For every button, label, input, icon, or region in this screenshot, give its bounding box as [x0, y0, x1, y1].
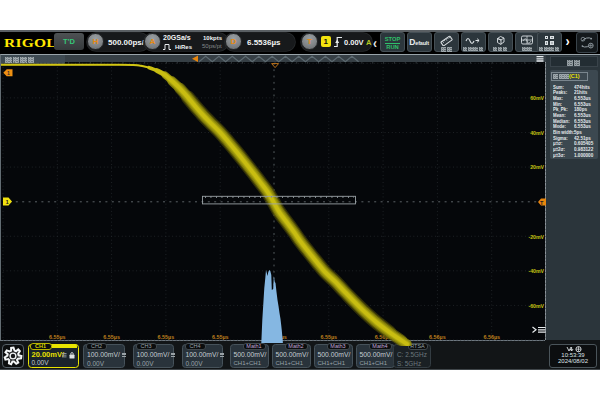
svg-text:6.55µs: 6.55µs: [103, 333, 120, 339]
svg-text:6.55µs: 6.55µs: [49, 333, 66, 339]
svg-text:6.55µs: 6.55µs: [212, 333, 229, 339]
svg-text:1: 1: [7, 70, 10, 76]
svg-text:-40mV: -40mV: [528, 268, 544, 274]
svg-text:40mV: 40mV: [530, 129, 544, 135]
svg-text:60mV: 60mV: [530, 95, 544, 101]
svg-text:6.55µs: 6.55µs: [320, 333, 337, 339]
svg-text:-20mV: -20mV: [528, 233, 544, 239]
svg-text:6.55µs: 6.55µs: [158, 333, 175, 339]
svg-text:6.56µs: 6.56µs: [483, 333, 500, 339]
svg-text:-60mV: -60mV: [528, 302, 544, 308]
svg-text:6.56µs: 6.56µs: [429, 333, 446, 339]
svg-text:20mV: 20mV: [530, 164, 544, 170]
